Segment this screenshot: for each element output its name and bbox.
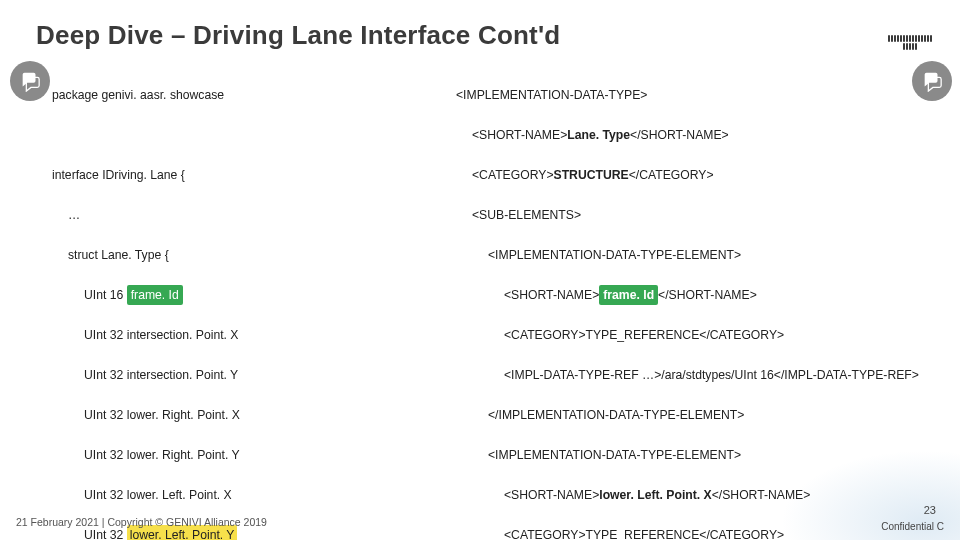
code-line: <SHORT-NAME>Lane. Type</SHORT-NAME> xyxy=(440,125,924,145)
confidential-label: Confidential C xyxy=(881,521,944,532)
right-pane: <IMPLEMENTATION-DATA-TYPE> <SHORT-NAME>L… xyxy=(440,65,924,540)
footer-text: 21 February 2021 | Copyright © GENIVI Al… xyxy=(16,516,267,528)
chat-bubble-icon xyxy=(10,61,50,101)
code-line: UInt 32 intersection. Point. X xyxy=(36,325,428,345)
left-pane: package genivi. aasr. showcase interface… xyxy=(36,65,428,540)
page-title: Deep Dive – Driving Lane Interface Cont'… xyxy=(36,20,924,51)
code-line: UInt 32 lower. Right. Point. Y xyxy=(36,445,428,465)
arxml-code: <IMPLEMENTATION-DATA-TYPE> <SHORT-NAME>L… xyxy=(440,65,924,540)
code-line: package genivi. aasr. showcase xyxy=(36,85,428,105)
code-line: <CATEGORY>TYPE_REFERENCE</CATEGORY> xyxy=(440,325,924,345)
chat-bubble-icon xyxy=(912,61,952,101)
franca-code: package genivi. aasr. showcase interface… xyxy=(36,65,428,540)
code-line: struct Lane. Type { xyxy=(36,245,428,265)
code-line: <IMPLEMENTATION-DATA-TYPE-ELEMENT> xyxy=(440,445,924,465)
code-line xyxy=(36,125,428,145)
code-line: UInt 32 lower. Left. Point. X xyxy=(36,485,428,505)
code-line: … xyxy=(36,205,428,225)
page-number: 23 xyxy=(924,504,936,516)
code-line: <SHORT-NAME>frame. Id</SHORT-NAME> xyxy=(440,285,924,305)
code-line: <IMPL-DATA-TYPE-REF …>/ara/stdtypes/UInt… xyxy=(440,365,924,385)
code-line: </IMPLEMENTATION-DATA-TYPE-ELEMENT> xyxy=(440,405,924,425)
code-line: UInt 32 lower. Right. Point. X xyxy=(36,405,428,425)
code-line: <IMPLEMENTATION-DATA-TYPE> xyxy=(440,85,924,105)
code-line: <SUB-ELEMENTS> xyxy=(440,205,924,225)
content-body: package genivi. aasr. showcase interface… xyxy=(36,65,924,540)
genivi-logo-icon xyxy=(888,22,932,62)
highlight-green: frame. Id xyxy=(127,285,183,305)
code-line: UInt 16 frame. Id xyxy=(36,285,428,305)
code-line: <CATEGORY>TYPE_REFERENCE</CATEGORY> xyxy=(440,525,924,540)
code-line: <IMPLEMENTATION-DATA-TYPE-ELEMENT> xyxy=(440,245,924,265)
code-line: UInt 32 intersection. Point. Y xyxy=(36,365,428,385)
code-line: <CATEGORY>STRUCTURE</CATEGORY> xyxy=(440,165,924,185)
code-line: interface IDriving. Lane { xyxy=(36,165,428,185)
highlight-green: frame. Id xyxy=(599,285,658,305)
code-line: <SHORT-NAME>lower. Left. Point. X</SHORT… xyxy=(440,485,924,505)
